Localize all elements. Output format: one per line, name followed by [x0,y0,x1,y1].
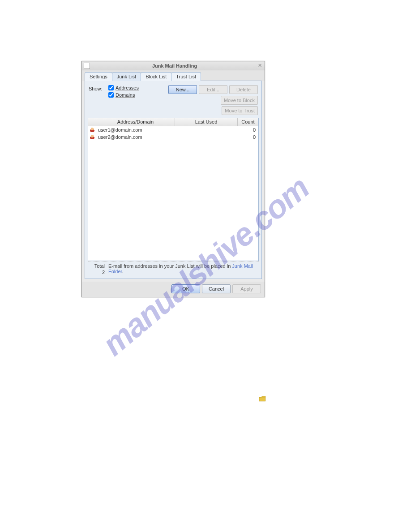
cancel-button[interactable]: Cancel [202,284,231,293]
row-count: 0 [238,134,258,140]
move-to-trust-button[interactable]: Move to Trust [222,106,258,115]
close-icon[interactable]: ✕ [257,63,263,69]
column-count[interactable]: Count [238,118,258,126]
total-label: Total [89,263,105,269]
folder-icon [259,396,266,402]
column-address[interactable]: Address/Domain [96,118,175,126]
tab-junk-list[interactable]: Junk List [112,72,141,81]
total-row: Total 2 E-mail from addresses in your Ju… [88,261,259,276]
addresses-checkbox[interactable]: Addresses [108,85,147,90]
addresses-checkbox-input[interactable] [108,85,114,90]
system-menu-icon[interactable] [84,63,90,69]
domains-checkbox-input[interactable] [108,92,114,98]
tab-bar: Settings Junk List Block List Trust List [82,70,265,81]
dialog-title: Junk Mail Handling [93,63,257,69]
edit-button[interactable]: Edit... [199,85,227,94]
show-filter-row: Show: Addresses Domains New... Edit... D… [88,84,259,118]
row-count: 0 [238,127,258,133]
tab-content: Show: Addresses Domains New... Edit... D… [85,81,262,279]
column-last-used[interactable]: Last Used [175,118,238,126]
show-label: Show: [89,85,106,91]
table-row[interactable]: user1@domain.com 0 [88,126,258,133]
row-address: user1@domain.com [96,127,175,133]
row-address: user2@domain.com [96,134,175,140]
info-note: E-mail from addresses in your Junk List … [108,263,258,274]
person-icon [88,135,96,139]
tab-settings[interactable]: Settings [85,72,112,81]
table-body[interactable]: user1@domain.com 0 user2@domain.com 0 [88,126,258,261]
table-header-row: Address/Domain Last Used Count [88,118,258,126]
tab-trust-list[interactable]: Trust List [171,72,201,81]
dialog-footer-buttons: OK Cancel Apply [82,282,265,297]
column-icon[interactable] [88,118,96,126]
tab-block-list[interactable]: Block List [141,72,171,81]
apply-button[interactable]: Apply [232,284,261,293]
ok-button[interactable]: OK [171,284,200,293]
note-suffix: . [122,269,124,274]
total-value: 2 [89,270,105,275]
entries-table: Address/Domain Last Used Count user1@dom… [88,118,259,261]
note-text: E-mail from addresses in your Junk List … [108,263,232,269]
person-icon [88,128,96,132]
table-row[interactable]: user2@domain.com 0 [88,133,258,141]
move-to-block-button[interactable]: Move to Block [221,96,258,105]
titlebar: Junk Mail Handling ✕ [82,61,265,70]
domains-checkbox-label: Domains [116,92,135,98]
checkbox-group: Addresses Domains [108,85,147,98]
addresses-checkbox-label: Addresses [116,85,139,90]
delete-button[interactable]: Delete [229,85,258,94]
action-button-cluster: New... Edit... Delete Move to Block Move… [150,85,258,115]
new-button[interactable]: New... [168,85,197,94]
junk-mail-dialog: Junk Mail Handling ✕ Settings Junk List … [81,61,265,297]
domains-checkbox[interactable]: Domains [108,92,147,98]
